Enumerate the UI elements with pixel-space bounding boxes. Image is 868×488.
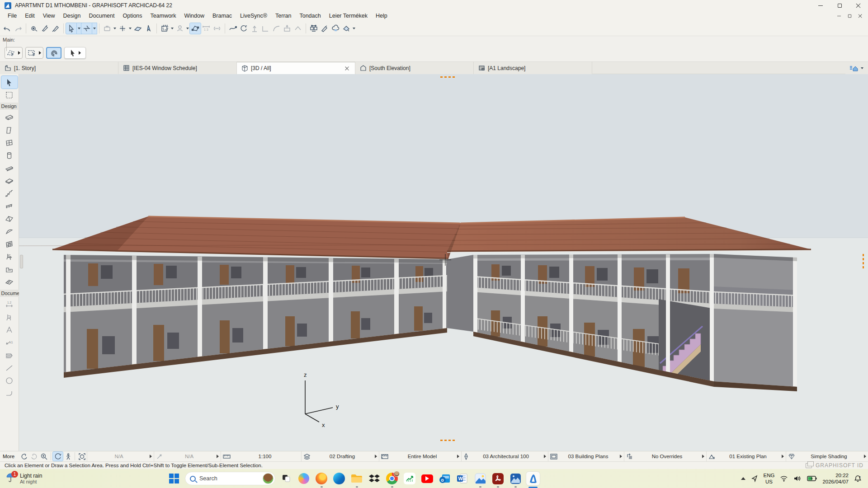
menu-livesync[interactable]: LiveSync®: [236, 12, 271, 20]
edit-polygon-icon[interactable]: [190, 23, 201, 34]
menu-help[interactable]: Help: [372, 12, 392, 20]
photos-icon[interactable]: [473, 472, 487, 485]
flyout-icon[interactable]: [217, 455, 219, 458]
archicad-taskbar-icon[interactable]: [526, 472, 540, 485]
tool-curtain-wall[interactable]: [1, 238, 18, 250]
tool-wall[interactable]: [1, 111, 18, 124]
palette-handle[interactable]: [20, 255, 23, 268]
tab-window-schedule[interactable]: [IES-04 Window Schedule]: [118, 62, 237, 74]
menu-file[interactable]: File: [4, 12, 21, 20]
weather-widget[interactable]: 1 Light rain At night: [0, 473, 167, 484]
cloud-icon[interactable]: [330, 23, 341, 34]
tool-column[interactable]: [1, 149, 18, 162]
renovation-segment[interactable]: 01 Existing Plan: [706, 451, 786, 461]
undo-icon[interactable]: [2, 23, 13, 34]
navigator-dropdown-icon[interactable]: [860, 63, 864, 74]
model-compare-icon[interactable]: [308, 23, 319, 34]
acrobat-icon[interactable]: [491, 472, 505, 485]
back-icon[interactable]: [19, 452, 29, 461]
structure-display-segment[interactable]: Entire Model: [379, 451, 461, 461]
scale-segment[interactable]: 1:100: [221, 451, 301, 461]
chrome-icon[interactable]: [385, 472, 399, 485]
marquee-select-button[interactable]: [25, 47, 43, 59]
pen-set-segment[interactable]: 03 Architectural 100: [461, 451, 548, 461]
right-edge-marker[interactable]: [863, 254, 864, 268]
tab-close-icon[interactable]: [344, 65, 350, 71]
toolbox-more-button[interactable]: More: [0, 454, 19, 459]
rotate-icon[interactable]: [238, 23, 249, 34]
trim-tool-icon[interactable]: [81, 23, 92, 34]
orientation-segment[interactable]: N/A: [154, 451, 221, 461]
outlook-icon[interactable]: o: [438, 472, 452, 485]
3d-viewport[interactable]: z y x: [19, 74, 868, 451]
tool-railing[interactable]: [1, 200, 18, 212]
stocks-app-icon[interactable]: [403, 472, 416, 485]
tool-door[interactable]: [1, 124, 18, 136]
arrow-tool-dropdown-icon[interactable]: [77, 23, 81, 34]
tab-a1-landscape[interactable]: [A1 Landscape]: [474, 62, 592, 74]
inject-parameters-icon[interactable]: [50, 23, 61, 34]
tool-label[interactable]: A1: [1, 336, 18, 349]
zoom-in-icon[interactable]: [39, 452, 49, 461]
selection-arrow-flyout-icon[interactable]: [79, 51, 81, 55]
close-button[interactable]: [849, 0, 868, 11]
notification-bell-icon[interactable]: z: [854, 475, 862, 482]
menu-teamwork[interactable]: Teamwork: [146, 12, 180, 20]
favorites-icon[interactable]: [102, 23, 113, 34]
tool-circle[interactable]: [1, 374, 18, 387]
menu-document[interactable]: Document: [85, 12, 119, 20]
child-close-icon[interactable]: [859, 14, 862, 18]
profile-manager-icon[interactable]: [175, 23, 185, 34]
tool-section[interactable]: [1, 311, 18, 324]
virtual-trace-icon[interactable]: [159, 23, 170, 34]
tool-zone[interactable]: [1, 263, 18, 276]
menu-bramac[interactable]: Bramac: [208, 12, 236, 20]
tab-first-story[interactable]: [1. Story]: [0, 62, 118, 74]
zoom-level-segment[interactable]: N/A: [87, 451, 154, 461]
orbit-icon[interactable]: [53, 452, 63, 461]
dropbox-icon[interactable]: [368, 472, 381, 485]
tab-south-elevation[interactable]: [South Elevation]: [355, 62, 474, 74]
youtube-icon[interactable]: [420, 472, 434, 485]
tool-select-arrow[interactable]: [1, 76, 18, 89]
magnet-snap-button[interactable]: [46, 47, 61, 59]
battery-icon[interactable]: [807, 476, 817, 481]
redo-icon[interactable]: [13, 23, 24, 34]
tool-object[interactable]: [1, 250, 18, 263]
tool-mesh[interactable]: [1, 276, 18, 288]
top-edge-marker[interactable]: [440, 76, 457, 78]
tool-stair[interactable]: [1, 187, 18, 200]
tab-3d-all[interactable]: [3D / All]: [237, 62, 355, 74]
tool-polyline[interactable]: [1, 387, 18, 399]
toolbox-section-design[interactable]: Design: [0, 103, 19, 110]
guide-lines-dropdown-icon[interactable]: [128, 23, 132, 34]
surface-painter-dropdown-icon[interactable]: [352, 23, 356, 34]
group-edit-button[interactable]: [5, 47, 23, 59]
tool-line[interactable]: [1, 361, 18, 374]
tool-text[interactable]: [1, 324, 18, 336]
menu-design[interactable]: Design: [59, 12, 85, 20]
tool-shell[interactable]: [1, 225, 18, 238]
tool-slab[interactable]: [1, 174, 18, 187]
roof-tool-icon[interactable]: [292, 23, 303, 34]
menu-options[interactable]: Options: [118, 12, 146, 20]
menu-tondach[interactable]: Tondach: [295, 12, 325, 20]
fit-in-window-icon[interactable]: [77, 452, 87, 461]
menu-window[interactable]: Window: [180, 12, 208, 20]
corner-icon[interactable]: [260, 23, 271, 34]
wifi-icon[interactable]: [780, 475, 788, 482]
menu-view[interactable]: View: [39, 12, 59, 20]
tray-overflow-icon[interactable]: [741, 477, 745, 480]
child-minimize-icon[interactable]: [837, 16, 841, 16]
tool-marquee[interactable]: [1, 89, 18, 101]
group-edit-flyout-icon[interactable]: [18, 51, 20, 55]
start-button[interactable]: [167, 472, 181, 485]
3d-cursor-icon[interactable]: [143, 23, 154, 34]
clock[interactable]: 20:222026/04/07: [822, 472, 849, 485]
elevate-icon[interactable]: [249, 23, 260, 34]
flyout-icon[interactable]: [150, 455, 152, 458]
firefox-icon[interactable]: [315, 472, 328, 485]
taskbar-search[interactable]: Search: [185, 472, 275, 485]
guide-lines-icon[interactable]: [117, 23, 128, 34]
find-select-icon[interactable]: [28, 23, 39, 34]
